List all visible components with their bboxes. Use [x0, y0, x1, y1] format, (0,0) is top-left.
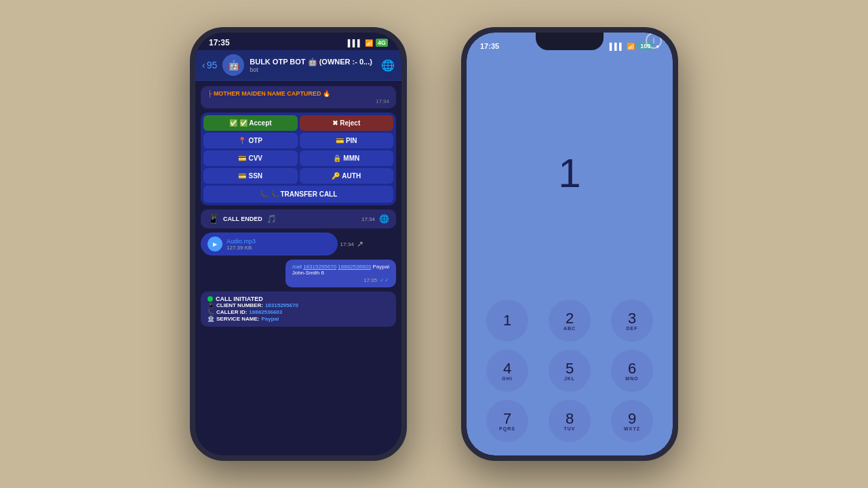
key-3[interactable]: 3 DEF — [611, 300, 653, 342]
status-icons-1: ▌▌▌ 📶 4G — [348, 39, 388, 47]
service-name-line: 🏦 SERVICE NAME: Paypal — [208, 316, 389, 322]
key-5[interactable]: 5 JKL — [549, 350, 591, 392]
ssn-label: SSN — [248, 172, 262, 180]
status-bar-1: 17:35 ▌▌▌ 📶 4G — [195, 33, 401, 50]
pin-label: PIN — [346, 137, 357, 144]
audio-row: ▶ Audio.mp3 127.39 KB 17:34 ↗ — [201, 232, 396, 256]
caller-label: CALLER ID: — [216, 309, 247, 315]
key-6[interactable]: 6 MNO — [611, 350, 653, 392]
key-1[interactable]: 1 — [486, 300, 528, 342]
telegram-screen: 17:35 ▌▌▌ 📶 4G ‹ 95 🤖 BULK OTP BOT 🤖 (OW… — [195, 33, 401, 455]
key-2-num: 2 — [566, 311, 574, 326]
audio-info: Audio.mp3 127.39 KB — [226, 238, 256, 251]
key-7[interactable]: 7 PQRS — [486, 400, 528, 442]
call-ended-icon: 📱 — [208, 214, 219, 224]
control-grid: ✅ ✅ Accept ✖ Reject 📍 OTP 💳 PIN — [201, 113, 396, 205]
chat-area[interactable]: ├ MOTHER MAIDEN NAME CAPTURED 🔥 17:34 ✅ … — [195, 81, 401, 455]
caller-id: 18882536603 — [249, 309, 282, 315]
music-icon: 🎵 — [267, 214, 277, 224]
transfer-label: 📞 TRANSFER CALL — [271, 190, 338, 198]
ssn-button[interactable]: 💳 SSN — [203, 168, 298, 184]
audio-filename: Audio.mp3 — [226, 238, 256, 245]
call-initiated-msg: CALL INITIATED 📱 CLIENT NUMBER: 18315295… — [201, 291, 396, 327]
phone-icon-1: 📱 — [208, 302, 214, 308]
key-9-alpha: WXYZ — [624, 426, 640, 431]
time-1: 17:35 — [209, 38, 230, 47]
time-2: 17:35 — [480, 42, 499, 50]
cmd-number1: 18315295670 — [303, 264, 336, 270]
client-number-line: 📱 CLIENT NUMBER: 18315295670 — [208, 302, 389, 308]
key-4[interactable]: 4 GHI — [486, 350, 528, 392]
key-7-alpha: PQRS — [499, 426, 515, 431]
battery-icon: 4G — [376, 39, 388, 47]
key-4-num: 4 — [503, 361, 511, 376]
service-name: Paypal — [261, 316, 279, 322]
phone-1: 17:35 ▌▌▌ 📶 4G ‹ 95 🤖 BULK OTP BOT 🤖 (OW… — [190, 27, 407, 461]
cmd-ticks: ✓✓ — [380, 277, 389, 283]
call-ended-translate[interactable]: 🌐 — [379, 214, 389, 224]
wifi-icon-2: 📶 — [627, 43, 635, 50]
client-number: 18315295670 — [265, 302, 298, 308]
key-4-alpha: GHI — [502, 376, 512, 381]
mmn-button[interactable]: 🔒 MMN — [300, 150, 394, 166]
otp-button[interactable]: 📍 OTP — [203, 133, 298, 148]
cmd-time: 17:35 — [363, 277, 377, 283]
auth-icon: 🔑 — [332, 172, 340, 180]
cvv-button[interactable]: 💳 CVV — [203, 150, 298, 166]
accept-label: ✅ Accept — [239, 119, 272, 127]
audio-size: 127.39 KB — [226, 245, 256, 251]
client-label: CLIENT NUMBER: — [216, 302, 263, 308]
call-initiated-header: CALL INITIATED — [208, 296, 389, 302]
cmd-slash-call: /call — [292, 264, 303, 270]
key-2-alpha: ABC — [564, 326, 576, 331]
key-2[interactable]: 2 ABC — [549, 300, 591, 342]
tg-header: ‹ 95 🤖 BULK OTP BOT 🤖 (OWNER :- 0...) bo… — [195, 50, 401, 81]
pin-icon: 💳 — [336, 137, 344, 144]
chat-title: BULK OTP BOT 🤖 (OWNER :- 0...) bot — [250, 58, 376, 73]
back-button[interactable]: ‹ 95 — [202, 60, 217, 70]
accept-button[interactable]: ✅ ✅ Accept — [203, 115, 298, 131]
share-icon[interactable]: ↗ — [357, 239, 363, 249]
cmd-paypal: Paypal — [373, 264, 389, 270]
dialed-number: 1 — [558, 150, 580, 197]
wifi-icon: 📶 — [365, 39, 373, 47]
back-icon: ‹ — [202, 60, 205, 70]
key-8-num: 8 — [566, 411, 574, 426]
green-status-dot — [208, 296, 213, 302]
play-button[interactable]: ▶ — [208, 237, 222, 251]
call-ended-text: CALL ENDED — [223, 216, 262, 222]
audio-player: ▶ Audio.mp3 127.39 KB — [201, 232, 338, 256]
ssn-icon: 💳 — [238, 172, 246, 180]
captured-text: ├ MOTHER MAIDEN NAME CAPTURED 🔥 — [208, 90, 389, 97]
phone-2: 17:35 ▌▌▌ 📶 100 ● i 1 1 2 — [461, 27, 678, 461]
service-label: SERVICE NAME: — [216, 316, 259, 322]
translate-button[interactable]: 🌐 — [381, 59, 395, 72]
otp-label: OTP — [248, 137, 262, 144]
phone-icon-2: 📞 — [208, 309, 214, 315]
info-button[interactable]: i — [646, 33, 662, 49]
mmn-icon: 🔒 — [333, 155, 341, 162]
transfer-icon: 📞 — [260, 190, 268, 198]
pin-button[interactable]: 💳 PIN — [300, 133, 394, 148]
key-9[interactable]: 9 WXYZ — [611, 400, 653, 442]
cvv-label: CVV — [248, 155, 262, 162]
call-ended-message: 📱 CALL ENDED 🎵 17:34 🌐 — [201, 209, 396, 228]
transfer-call-button[interactable]: 📞 📞 TRANSFER CALL — [203, 186, 393, 203]
call-command: /call 18315295670 18882536603 Paypal Joh… — [285, 260, 396, 287]
key-8-alpha: TUV — [564, 426, 576, 431]
call-initiated-title: CALL INITIATED — [216, 296, 263, 302]
captured-message: ├ MOTHER MAIDEN NAME CAPTURED 🔥 17:34 — [201, 86, 396, 108]
key-9-num: 9 — [628, 411, 636, 426]
key-8[interactable]: 8 TUV — [549, 400, 591, 442]
audio-time: 17:34 — [340, 241, 354, 247]
back-count: 95 — [207, 60, 218, 70]
key-7-num: 7 — [503, 411, 511, 426]
chat-subtitle: bot — [250, 66, 376, 73]
chat-name: BULK OTP BOT 🤖 (OWNER :- 0...) — [250, 58, 376, 66]
caller-id-line: 📞 CALLER ID: 18882536603 — [208, 309, 389, 315]
mmn-label: MMN — [343, 155, 359, 162]
reject-button[interactable]: ✖ Reject — [300, 115, 394, 131]
signal-icon: ▌▌▌ — [348, 39, 362, 47]
reject-label: Reject — [340, 119, 360, 127]
auth-button[interactable]: 🔑 AUTH — [300, 168, 394, 184]
